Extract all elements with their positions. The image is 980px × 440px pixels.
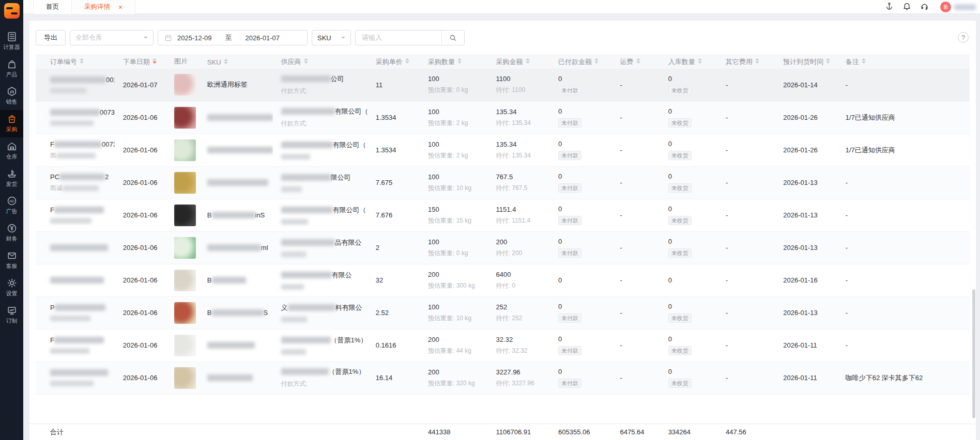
cell-product-image[interactable] bbox=[166, 231, 199, 264]
sidebar-item-calculator[interactable]: 计算器 bbox=[0, 28, 23, 55]
table-row[interactable]: PC2凯诚2026-01-06限公司7.675100预估重量: 10 kg767… bbox=[36, 166, 970, 199]
cell-product-image[interactable] bbox=[166, 296, 199, 329]
redacted-text bbox=[50, 244, 108, 251]
column-label: 下单日期 bbox=[123, 58, 150, 66]
column-header[interactable]: 采购单价 bbox=[368, 54, 420, 69]
headset-icon[interactable] bbox=[915, 2, 933, 12]
redacted-text bbox=[55, 304, 105, 311]
warehouse-select-placeholder: 全部仓库 bbox=[75, 33, 102, 42]
table-row[interactable]: 2026-01-06（普票1%）付款方式:16.14200预估重量: 320 k… bbox=[36, 362, 970, 394]
search-input[interactable]: 请输入 bbox=[356, 33, 441, 42]
search-group: 请输入 bbox=[355, 30, 465, 45]
column-header[interactable]: 备注 bbox=[837, 54, 970, 69]
cell-other-fee: - bbox=[717, 296, 775, 329]
table-row[interactable]: F2026-01-06（普票1%）0.1616200预估重量: 44 kg32.… bbox=[36, 329, 970, 362]
cell-paid-amount: 0未付款 bbox=[550, 166, 611, 199]
redacted-text bbox=[281, 75, 331, 82]
column-header[interactable]: 下单日期 bbox=[115, 54, 166, 69]
sidebar-item-label: 广告 bbox=[0, 208, 23, 215]
status-badge-unreceived: 未收货 bbox=[668, 118, 692, 128]
table-row[interactable]: P2026-01-06BS义料有限公2.52100预估重量: 10 kg252待… bbox=[36, 296, 970, 329]
date-start[interactable]: 2025-12-09 bbox=[177, 34, 212, 42]
cell-product-image[interactable] bbox=[166, 69, 199, 101]
cell-supplier: 有限公司（ bbox=[273, 199, 368, 231]
cell-amount: 252待付: 252 bbox=[488, 296, 550, 329]
redacted-text bbox=[207, 374, 253, 381]
date-end[interactable]: 2026-01-07 bbox=[246, 34, 280, 42]
sidebar-item-ad[interactable]: AD广告 bbox=[0, 192, 23, 219]
search-button[interactable] bbox=[441, 30, 464, 45]
cell-order-date: 2026-01-06 bbox=[115, 296, 166, 329]
close-icon[interactable]: × bbox=[118, 4, 122, 11]
table-row[interactable]: 2026-01-06B有限公32200预估重量: 300 kg6400待付: 0… bbox=[36, 264, 970, 296]
calculator-icon bbox=[0, 32, 23, 42]
column-header[interactable]: 预计到货时间 bbox=[775, 54, 837, 69]
cell-freight: - bbox=[612, 166, 660, 199]
column-header[interactable]: 供应商 bbox=[273, 54, 368, 69]
cell-unit-price: 1.3534 bbox=[368, 101, 420, 134]
redacted-text bbox=[63, 185, 99, 191]
table-row[interactable]: 0012026-01-07欧洲通用标签公司付款方式:11100预估重量: 0 k… bbox=[36, 69, 970, 101]
help-button[interactable]: ? bbox=[958, 32, 969, 43]
date-range-picker[interactable]: 2025-12-09 至 2026-01-07 bbox=[158, 30, 308, 45]
sidebar-item-procurement-bag[interactable]: 采购 bbox=[0, 110, 23, 137]
bell-icon[interactable] bbox=[898, 2, 915, 12]
sidebar-item-product-bag[interactable]: 产品 bbox=[0, 55, 23, 83]
cell-product-image[interactable] bbox=[166, 362, 199, 394]
column-header[interactable]: 采购金额 bbox=[488, 54, 550, 69]
vertical-scrollbar-thumb[interactable] bbox=[972, 289, 975, 418]
cell-supplier: 公司付款方式: bbox=[273, 69, 368, 101]
status-badge-unpaid: 未付款 bbox=[558, 216, 581, 225]
column-header[interactable]: 订单编号 bbox=[36, 54, 115, 69]
column-header[interactable]: SKU bbox=[199, 54, 273, 69]
cell-product-image[interactable] bbox=[166, 329, 199, 362]
cell-product-image[interactable] bbox=[166, 166, 199, 199]
sidebar-item-mail[interactable]: 客服 bbox=[0, 247, 23, 274]
product-thumbnail-redacted bbox=[174, 205, 196, 226]
cell-other-fee: - bbox=[717, 329, 775, 362]
status-badge-unpaid: 未付款 bbox=[558, 379, 581, 388]
table-row[interactable]: F2026-01-06BinS有限公司（7.676150预估重量: 15 kg1… bbox=[36, 199, 970, 231]
cell-unit-price: 7.676 bbox=[368, 199, 420, 231]
redacted-text bbox=[207, 114, 273, 121]
sidebar-item-sales-chart[interactable]: 销售 bbox=[0, 83, 23, 110]
export-button[interactable]: 导出 bbox=[36, 30, 66, 45]
sidebar-item-ship[interactable]: 发货 bbox=[0, 165, 23, 192]
table-row[interactable]: F0073凯2026-01-06有限公司（1.3534100预估重量: 2 kg… bbox=[36, 134, 970, 166]
status-badge-unpaid: 未付款 bbox=[558, 151, 581, 160]
download-anchor-icon[interactable] bbox=[880, 2, 898, 12]
tab-home[interactable]: 首页 bbox=[33, 0, 72, 14]
app-logo-icon[interactable] bbox=[4, 3, 20, 19]
column-header[interactable]: 已付款金额 bbox=[550, 54, 611, 69]
tab-purchase-detail[interactable]: 采购详情× bbox=[72, 0, 135, 14]
table-header-row: 订单编号下单日期图片SKU供应商采购单价采购数量采购金额已付款金额运费入库数量其… bbox=[36, 54, 970, 69]
cell-unit-price: 1.3534 bbox=[368, 134, 420, 166]
cell-order-date: 2026-01-06 bbox=[115, 362, 166, 394]
cell-product-image[interactable] bbox=[166, 134, 199, 166]
table-row[interactable]: 2026-01-06ml品有限公2100预估重量: 0 kg200待付: 200… bbox=[36, 231, 970, 264]
cell-remark: - bbox=[837, 199, 970, 231]
column-header[interactable]: 入库数量 bbox=[660, 54, 717, 69]
finance-yen-icon bbox=[0, 223, 23, 233]
cell-other-fee: - bbox=[717, 362, 775, 394]
cell-product-image[interactable] bbox=[166, 101, 199, 134]
cell-unit-price: 16.14 bbox=[368, 362, 420, 394]
column-header[interactable]: 其它费用 bbox=[717, 54, 775, 69]
table-row[interactable]: 00732026-01-06有限公司（付款方式:1.3534100预估重量: 2… bbox=[36, 101, 970, 134]
column-header[interactable]: 采购数量 bbox=[420, 54, 488, 69]
sidebar-item-finance-yen[interactable]: 财务 bbox=[0, 219, 23, 247]
cell-sku bbox=[199, 166, 273, 199]
search-field-select[interactable]: SKU bbox=[312, 30, 351, 45]
sidebar-item-gear[interactable]: 设置 bbox=[0, 274, 23, 302]
sidebar-item-warehouse[interactable]: 仓库 bbox=[0, 137, 23, 165]
cell-quantity: 100预估重量: 10 kg bbox=[420, 166, 488, 199]
warehouse-select[interactable]: 全部仓库 bbox=[70, 30, 154, 45]
redacted-text bbox=[281, 284, 304, 290]
sidebar-item-monitor[interactable]: 订制 bbox=[0, 302, 23, 329]
cell-product-image[interactable] bbox=[166, 199, 199, 231]
column-header[interactable]: 运费 bbox=[612, 54, 660, 69]
cell-product-image[interactable] bbox=[166, 264, 199, 296]
user-avatar[interactable] bbox=[940, 2, 951, 12]
gear-icon bbox=[0, 278, 23, 288]
cell-amount: 3227.96待付: 3227.96 bbox=[488, 362, 550, 394]
